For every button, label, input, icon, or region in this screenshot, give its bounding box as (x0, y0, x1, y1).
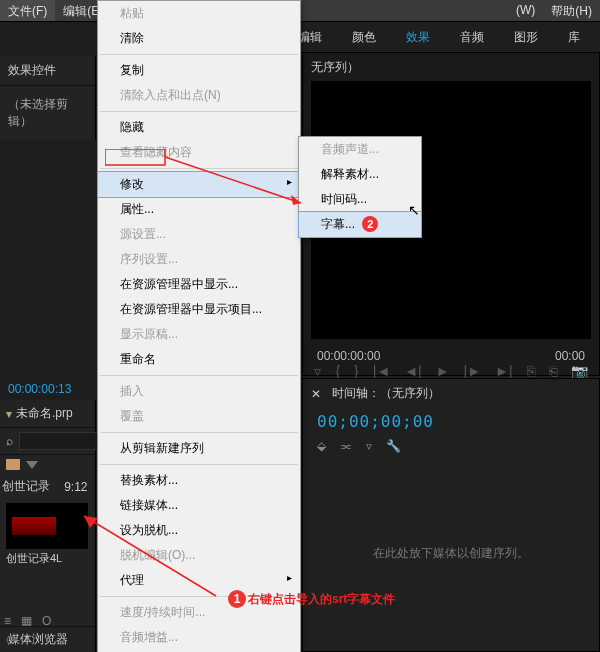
ctx-rename[interactable]: 重命名 (98, 347, 300, 372)
project-chevron-icon[interactable]: ▾ (6, 407, 12, 421)
step-back-icon[interactable]: ◄| (404, 363, 422, 379)
effects-panel: 效果控件 （未选择剪辑） (0, 56, 96, 140)
timeline-drop-hint[interactable]: 在此处放下媒体以创建序列。 (303, 455, 599, 651)
timeline-timecode[interactable]: 00;00;00;00 (303, 408, 599, 435)
transport-controls: ▿ { } |◄ ◄| ► |► ►| ⎘ ⎗ 📷 (303, 363, 599, 379)
effects-panel-empty: （未选择剪辑） (0, 86, 95, 140)
export-frame-icon[interactable]: 📷 (571, 363, 588, 379)
effects-panel-title: 效果控件 (0, 56, 95, 86)
chevron-down-icon (26, 461, 38, 469)
source-panel-title: 无序列） (303, 53, 599, 82)
source-tc-right: 00:00 (555, 349, 585, 363)
ctx-seq-settings: 序列设置... (98, 247, 300, 272)
marker-icon[interactable]: ▿ (314, 363, 321, 379)
annotation-badge-2: 2 (362, 216, 378, 232)
sub-timecode[interactable]: 时间码... (299, 187, 421, 212)
ctx-paste: 粘贴 (98, 1, 300, 26)
ctx-src-settings: 源设置... (98, 222, 300, 247)
play-icon[interactable]: ► (436, 363, 450, 379)
tab-graphics[interactable]: 图形 (500, 23, 552, 52)
menu-help[interactable]: 帮助(H) (543, 0, 600, 21)
sync-icon[interactable]: ⟳ (6, 632, 18, 648)
submenu-modify: 音频声道... 解释素材... 时间码... 字幕... 2 (298, 136, 422, 238)
ctx-view-hidden: 查看隐藏内容 (98, 140, 300, 165)
sub-subtitle-label: 字幕... (321, 217, 355, 231)
overwrite-icon[interactable]: ⎗ (549, 363, 557, 379)
settings-icon[interactable]: 🔧 (386, 439, 401, 453)
annotation-badge-1: 1 (228, 590, 246, 608)
project-item-clip[interactable]: 创世记录4L (0, 499, 95, 572)
context-menu: 粘贴 清除 复制 清除入点和出点(N) 隐藏 查看隐藏内容 修改 属性... 源… (97, 0, 301, 652)
timecode-display: 00:00:00:13 (0, 378, 96, 400)
ctx-offline-edit: 脱机编辑(O)... (98, 543, 300, 568)
ctx-gain: 音频增益... (98, 625, 300, 650)
clip-thumbnail[interactable] (6, 503, 88, 549)
project-item-bin[interactable]: 创世记录 9:12 (0, 474, 95, 499)
ctx-offline[interactable]: 设为脱机... (98, 518, 300, 543)
timeline-title: 时间轴：（无序列） (332, 385, 440, 402)
annotation-text: 1 右键点击导入的srt字幕文件 (228, 590, 395, 608)
out-icon[interactable]: } (354, 363, 359, 379)
timeline-panel: ✕ 时间轴：（无序列） 00;00;00;00 ⬙ ⫘ ▿ 🔧 在此处放下媒体以… (302, 378, 600, 652)
ctx-insert: 插入 (98, 379, 300, 404)
ctx-overwrite: 覆盖 (98, 404, 300, 429)
ctx-link[interactable]: 链接媒体... (98, 493, 300, 518)
ctx-copy[interactable]: 复制 (98, 58, 300, 83)
workspace-tabs: 编辑 颜色 效果 音频 图形 库 (284, 22, 600, 52)
in-icon[interactable]: { (335, 363, 340, 379)
step-fwd-icon[interactable]: |► (464, 363, 482, 379)
ctx-reveal-proj[interactable]: 在资源管理器中显示项目... (98, 297, 300, 322)
ctx-props[interactable]: 属性... (98, 197, 300, 222)
ctx-show-orig: 显示原稿... (98, 322, 300, 347)
snap-icon[interactable]: ⬙ (317, 439, 326, 453)
tab-library[interactable]: 库 (554, 23, 594, 52)
cursor-icon: ↖ (408, 202, 420, 218)
tab-color[interactable]: 颜色 (338, 23, 390, 52)
ctx-clear[interactable]: 清除 (98, 26, 300, 51)
marker-add-icon[interactable]: ▿ (366, 439, 372, 453)
timeline-tools: ⬙ ⫘ ▿ 🔧 (303, 435, 599, 457)
clip-label: 创世记录4L (6, 549, 89, 568)
bin-icon (6, 459, 20, 470)
tab-effects[interactable]: 效果 (392, 23, 444, 52)
ctx-new-seq[interactable]: 从剪辑新建序列 (98, 436, 300, 461)
sub-audio-ch: 音频声道... (299, 137, 421, 162)
ctx-hide[interactable]: 隐藏 (98, 115, 300, 140)
project-panel: ▾ 未命名.prp ⌕ 创世记录 9:12 创世记录4L ≡ ▦ O 媒体浏览器 (0, 400, 96, 652)
tab-audio[interactable]: 音频 (446, 23, 498, 52)
sub-interpret[interactable]: 解释素材... (299, 162, 421, 187)
goto-in-icon[interactable]: |◄ (373, 363, 391, 379)
ctx-replace[interactable]: 替换素材... (98, 468, 300, 493)
project-tab-label[interactable]: 未命名.prp (16, 405, 73, 422)
link-icon[interactable]: ⫘ (340, 439, 352, 453)
ctx-modify[interactable]: 修改 (97, 171, 301, 198)
ctx-reveal[interactable]: 在资源管理器中显示... (98, 272, 300, 297)
source-tc-left: 00:00:00:00 (317, 349, 380, 363)
goto-out-icon[interactable]: ►| (495, 363, 513, 379)
search-icon: ⌕ (6, 434, 13, 448)
project-bin-row[interactable] (0, 455, 95, 474)
insert-icon[interactable]: ⎘ (527, 363, 535, 379)
menu-window[interactable]: (W) (508, 0, 543, 21)
ctx-clear-inout: 清除入点和出点(N) (98, 83, 300, 108)
menu-file[interactable]: 文件(F) (0, 0, 55, 21)
close-icon[interactable]: ✕ (311, 387, 321, 401)
sub-subtitle[interactable]: 字幕... 2 (298, 211, 422, 238)
